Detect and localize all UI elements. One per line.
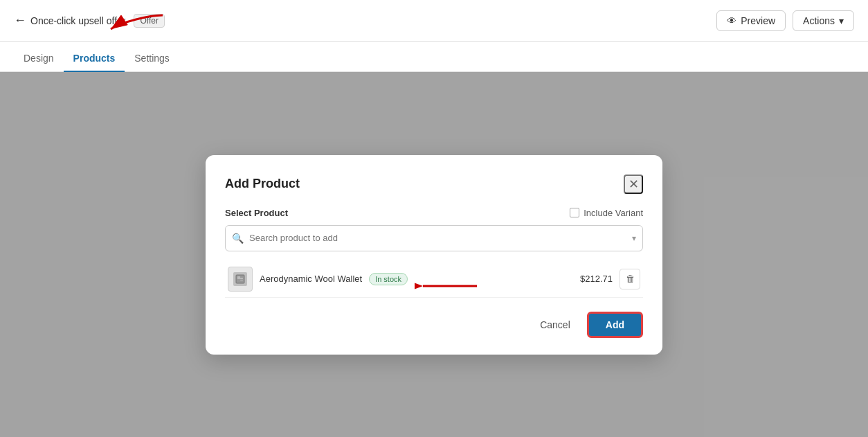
product-list-item: Aerodynamic Wool Wallet In stock $212.71… bbox=[225, 261, 643, 298]
close-dialog-button[interactable]: ✕ bbox=[624, 175, 643, 194]
product-thumbnail bbox=[228, 267, 253, 292]
arrow-annotation-top bbox=[107, 8, 170, 39]
tab-design[interactable]: Design bbox=[14, 46, 64, 72]
chevron-down-icon: ▾ bbox=[839, 15, 844, 26]
svg-rect-4 bbox=[240, 280, 243, 280]
nav-tabs: Design Products Settings bbox=[0, 42, 868, 72]
product-thumb-inner bbox=[233, 272, 247, 286]
include-variant-row: Include Variant bbox=[570, 208, 643, 218]
svg-rect-2 bbox=[237, 276, 240, 279]
back-arrow-icon: ← bbox=[14, 13, 26, 28]
dialog-header: Add Product ✕ bbox=[225, 175, 643, 194]
search-container: 🔍 ▾ bbox=[225, 225, 643, 251]
add-button[interactable]: Add bbox=[587, 312, 643, 338]
search-chevron-icon: ▾ bbox=[632, 233, 636, 243]
include-variant-label: Include Variant bbox=[584, 208, 643, 218]
search-icon: 🔍 bbox=[232, 233, 244, 244]
cancel-button[interactable]: Cancel bbox=[532, 314, 579, 336]
modal-overlay: Add Product ✕ Select Product Include Var… bbox=[0, 72, 868, 437]
trash-icon: 🗑 bbox=[626, 274, 635, 284]
select-product-row: Select Product Include Variant bbox=[225, 208, 643, 218]
eye-icon: 👁 bbox=[727, 15, 736, 26]
top-bar: ← Once-click upsell offer Offer 👁 Previe… bbox=[0, 0, 868, 42]
tab-settings[interactable]: Settings bbox=[125, 46, 179, 72]
product-price: $212.71 bbox=[580, 274, 613, 284]
add-product-dialog: Add Product ✕ Select Product Include Var… bbox=[206, 155, 662, 355]
tab-products[interactable]: Products bbox=[64, 46, 125, 72]
svg-rect-3 bbox=[240, 278, 243, 279]
in-stock-badge: In stock bbox=[369, 273, 408, 285]
preview-label: Preview bbox=[741, 15, 775, 26]
search-input[interactable] bbox=[225, 225, 643, 251]
top-bar-right: 👁 Preview Actions ▾ bbox=[716, 10, 854, 31]
product-name: Aerodynamic Wool Wallet bbox=[260, 274, 362, 284]
actions-label: Actions bbox=[803, 15, 835, 26]
arrow-product-annotation bbox=[415, 274, 484, 298]
dialog-title: Add Product bbox=[225, 177, 300, 191]
preview-button[interactable]: 👁 Preview bbox=[716, 10, 786, 31]
dialog-footer: Cancel Add bbox=[225, 312, 643, 338]
delete-product-button[interactable]: 🗑 bbox=[620, 269, 640, 289]
actions-button[interactable]: Actions ▾ bbox=[793, 10, 854, 31]
close-icon: ✕ bbox=[629, 177, 639, 192]
svg-rect-1 bbox=[236, 275, 244, 283]
include-variant-checkbox[interactable] bbox=[570, 208, 579, 217]
select-product-label: Select Product bbox=[225, 208, 288, 218]
